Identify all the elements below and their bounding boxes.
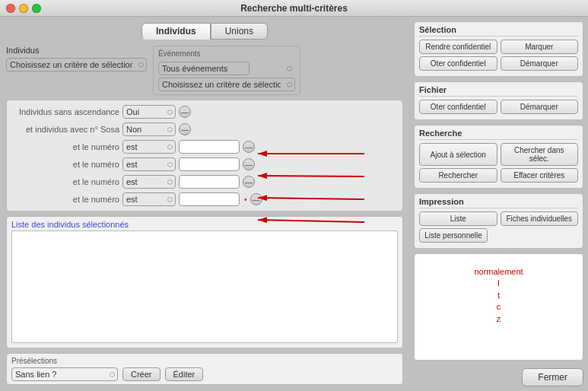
minus-btn-5[interactable]: — [243, 176, 255, 188]
criteria-select-wrap-2[interactable]: Non Oui [122, 122, 176, 136]
criteria-select-wrap-1[interactable]: Oui Non [122, 105, 176, 119]
preview-text: normalementltcz [419, 266, 578, 325]
criteria-label-1: Individus sans ascendance [13, 107, 119, 116]
criteria-input-6[interactable] [179, 192, 240, 206]
marquer-button[interactable]: Marquer [501, 40, 579, 54]
dot-indicator: • [244, 196, 247, 204]
ajout-selection-button[interactable]: Ajout à sélection [419, 143, 497, 166]
selection-row-1: Rendre confidentiel Marquer [419, 40, 578, 54]
preselections-select[interactable]: Sans lien ? [11, 367, 118, 381]
individus-select-wrap[interactable]: Choisissez un critère de sélection [6, 58, 147, 72]
criteria-select-5[interactable]: est [122, 175, 176, 189]
criteria-label-4: et le numéro [13, 160, 119, 169]
demarquer-button[interactable]: Démarquer [501, 56, 579, 71]
recherche-title: Recherche [419, 129, 578, 140]
preselections-section: Présélections Sans lien ? Créer Éditer [6, 353, 403, 385]
effacer-criteres-button[interactable]: Effacer critères [501, 168, 579, 183]
individus-group: Individus Choisissez un critère de sélec… [6, 46, 147, 72]
liste-personnelle-button[interactable]: Liste personnelle [419, 228, 488, 243]
minus-btn-6[interactable]: — [250, 193, 262, 205]
tabs: Individus Unions [6, 23, 403, 40]
minus-btn-1[interactable]: — [179, 106, 191, 118]
criteria-select-wrap-5[interactable]: est [122, 175, 176, 189]
criteria-row-1: Individus sans ascendance Oui Non — [13, 105, 396, 119]
evenements-criteria-select-wrap[interactable]: Choisissez un critère de sélection [158, 78, 295, 91]
impression-title: Impression [419, 197, 578, 208]
impression-section: Impression Liste Fiches individuelles Li… [414, 193, 583, 249]
minus-btn-4[interactable]: — [243, 158, 255, 170]
liste-title: Liste des individus sélectionnés [7, 217, 402, 230]
minus-btn-3[interactable]: — [243, 141, 255, 153]
criteria-select-wrap-4[interactable]: est [122, 157, 176, 171]
evenements-label: Événements [158, 49, 295, 58]
criteria-select-4[interactable]: est [122, 157, 176, 171]
criteria-box: Individus sans ascendance Oui Non — et i… [6, 100, 403, 211]
impression-row-1: Liste Fiches individuelles [419, 211, 578, 226]
criteria-label-5: et le numéro [13, 177, 119, 186]
criteria-label-3: et le numéro [13, 142, 119, 151]
title-bar: Recherche multi-critères [0, 0, 588, 17]
rechercher-button[interactable]: Rechercher [419, 168, 497, 183]
bottom-buttons: Fermer [414, 368, 583, 386]
criteria-select-2[interactable]: Non Oui [122, 122, 176, 136]
fichier-section: Fichier Oter confidentiel Démarquer [414, 81, 583, 120]
individus-label: Individus [6, 46, 147, 55]
individus-select[interactable]: Choisissez un critère de sélection [6, 58, 147, 72]
creer-button[interactable]: Créer [122, 367, 161, 381]
preselections-title: Présélections [11, 357, 398, 365]
selection-section: Sélection Rendre confidentiel Marquer Ot… [414, 21, 583, 77]
evenements-group: Événements Tous événements Choisissez un… [153, 46, 300, 95]
evenements-select[interactable]: Tous événements [158, 62, 250, 75]
individus-section: Individus Choisissez un critère de sélec… [6, 46, 403, 95]
criteria-label-6: et le numéro [13, 195, 119, 204]
criteria-label-2: et individus avec n° Sosa [13, 125, 119, 134]
criteria-select-wrap-3[interactable]: est [122, 140, 176, 154]
selection-row-2: Oter confidentiel Démarquer [419, 56, 578, 71]
chercher-selection-button[interactable]: Chercher dans sélec. [501, 143, 579, 166]
criteria-row-4: et le numéro est — [13, 157, 396, 171]
minus-btn-2[interactable]: — [179, 123, 191, 135]
criteria-input-4[interactable] [179, 157, 240, 171]
maximize-button[interactable] [32, 4, 41, 13]
preselections-row: Sans lien ? Créer Éditer [11, 367, 398, 381]
fiches-individuelles-button[interactable]: Fiches individuelles [501, 211, 579, 226]
liste-section: Liste des individus sélectionnés [6, 216, 403, 348]
liste-content [11, 230, 398, 343]
recherche-section: Recherche Ajout à sélection Chercher dan… [414, 125, 583, 189]
criteria-row-3: et le numéro est — [13, 140, 396, 154]
recherche-row-1: Ajout à sélection Chercher dans sélec. [419, 143, 578, 166]
tab-unions[interactable]: Unions [211, 23, 268, 40]
criteria-input-3[interactable] [179, 140, 240, 154]
criteria-input-5[interactable] [179, 175, 240, 189]
editer-button[interactable]: Éditer [165, 367, 204, 381]
criteria-select-wrap-6[interactable]: est [122, 192, 176, 206]
criteria-select-6[interactable]: est [122, 192, 176, 206]
minimize-button[interactable] [19, 4, 28, 13]
liste-button[interactable]: Liste [419, 211, 497, 226]
criteria-select-1[interactable]: Oui Non [122, 105, 176, 119]
criteria-row-2: et individus avec n° Sosa Non Oui — [13, 122, 396, 136]
fichier-demarquer-button[interactable]: Démarquer [501, 100, 579, 114]
fermer-button[interactable]: Fermer [522, 368, 583, 386]
selection-title: Sélection [419, 25, 578, 37]
main-container: Individus Unions Individus Choisissez un… [0, 17, 588, 391]
preselections-select-wrap[interactable]: Sans lien ? [11, 367, 118, 381]
criteria-row-6: et le numéro est • — [13, 192, 396, 206]
evenements-criteria-select[interactable]: Choisissez un critère de sélection [158, 78, 295, 91]
window-controls [6, 4, 41, 13]
impression-row-2: Liste personnelle [419, 228, 578, 243]
fichier-title: Fichier [419, 85, 578, 97]
recherche-row-2: Rechercher Effacer critères [419, 168, 578, 183]
rendre-confidentiel-button[interactable]: Rendre confidentiel [419, 40, 497, 54]
window-title: Recherche multi-critères [240, 3, 348, 14]
tab-individus[interactable]: Individus [141, 23, 211, 40]
fichier-oter-confidentiel-button[interactable]: Oter confidentiel [419, 100, 497, 114]
left-panel: Individus Unions Individus Choisissez un… [0, 17, 409, 391]
criteria-select-3[interactable]: est [122, 140, 176, 154]
oter-confidentiel-button[interactable]: Oter confidentiel [419, 56, 497, 71]
fichier-row-1: Oter confidentiel Démarquer [419, 100, 578, 114]
preview-area: normalementltcz [414, 253, 583, 361]
criteria-row-5: et le numéro est — [13, 175, 396, 189]
evenements-select-wrap[interactable]: Tous événements [158, 62, 295, 75]
close-button[interactable] [6, 4, 15, 13]
